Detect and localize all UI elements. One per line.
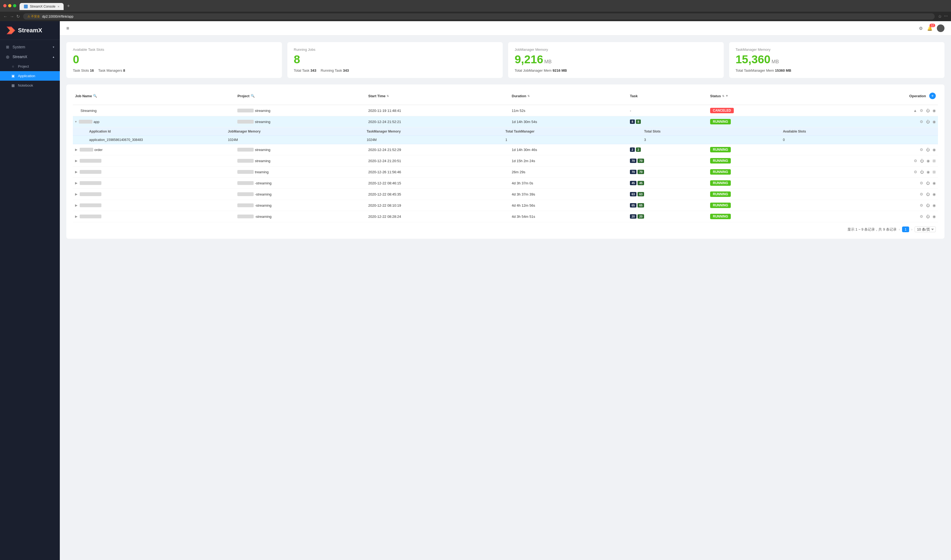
deploy-icon[interactable]: ▲ (913, 108, 917, 113)
log-icon[interactable]: ◉ (932, 181, 936, 185)
star-icon[interactable]: ☆ (938, 14, 942, 19)
address-input[interactable]: ⚠ 不安全 dp2:10000/#/flink/app (23, 13, 935, 20)
notification-bell-icon[interactable]: 🔔 12 (927, 26, 932, 31)
settings-icon[interactable]: ⚙ (919, 26, 923, 31)
menu-toggle-button[interactable]: ≡ (66, 26, 69, 31)
log-icon[interactable]: ◉ (932, 148, 936, 152)
th-duration: Duration ⇅ (509, 91, 628, 101)
td-operations: ⚙ ⏻ ◉ (807, 145, 938, 155)
back-button[interactable]: ← (3, 14, 8, 19)
close-traffic-light[interactable] (3, 4, 6, 7)
per-page-select[interactable]: 10 条/页20 条/页50 条/页 (915, 226, 936, 232)
log-icon[interactable]: ◉ (932, 214, 936, 218)
td-status: CANCELED (708, 105, 807, 116)
settings-icon[interactable]: ⚙ (914, 158, 917, 163)
td-job-name: ▶ (73, 189, 235, 199)
stop-icon[interactable]: ⏻ (926, 203, 930, 208)
expand-row-button[interactable]: ▶ (75, 181, 77, 185)
stop-icon[interactable]: ⏻ (926, 181, 930, 185)
forward-button[interactable]: → (10, 14, 14, 19)
settings-icon[interactable]: ⚙ (920, 108, 923, 113)
sidebar-item-notebook[interactable]: ▦ Notebook (0, 81, 60, 90)
settings-icon[interactable]: ⚙ (920, 120, 923, 124)
pagination-next-icon[interactable]: › (911, 227, 912, 231)
task-badge-running: 8 (630, 120, 635, 124)
expand-row-button[interactable]: ▶ (75, 203, 77, 207)
add-job-button[interactable]: + (929, 92, 936, 99)
log-icon[interactable]: ◉ (926, 158, 930, 163)
pagination-prev-icon[interactable]: ‹ (899, 227, 900, 231)
td-duration: 4d 3h 37m 39s (509, 189, 628, 199)
stop-icon[interactable]: ⏻ (926, 108, 930, 113)
reload-button[interactable]: ↻ (16, 14, 20, 19)
sidebar-label-system: System (12, 45, 25, 49)
operation-icons: ⚙ ⏻ ◉ (920, 148, 936, 152)
job-name-filter-icon[interactable]: 🔍 (93, 94, 97, 98)
settings-icon[interactable]: ⚙ (920, 203, 923, 208)
td-status: RUNNING (708, 166, 807, 177)
td-status: RUNNING (708, 211, 807, 222)
application-icon: ▣ (11, 74, 15, 78)
stop-icon[interactable]: ⏻ (926, 214, 930, 218)
task-badge-total: 8 (636, 120, 641, 124)
td-operations: ⚙ ⏻ ◉ (807, 189, 938, 199)
project-filter-icon[interactable]: 🔍 (251, 94, 255, 98)
status-sort-icon[interactable]: ⇅ (722, 94, 724, 97)
expand-row-button[interactable]: ▶ (75, 192, 77, 196)
td-operations: ⚙ ⏻ ◉ (807, 212, 938, 222)
duration-sort-icon[interactable]: ⇅ (527, 94, 530, 97)
stat-value-jm-memory: 9,216 MB (515, 54, 717, 65)
settings-icon[interactable]: ⚙ (920, 148, 923, 152)
more-icon[interactable]: ⊞ (932, 158, 936, 163)
stop-icon[interactable]: ⏻ (926, 148, 930, 152)
td-duration: 1d 14h 30m 54s (509, 117, 628, 126)
stop-icon[interactable]: ⏻ (926, 120, 930, 124)
td-operations: ⚙ ⏻ ◉ (807, 178, 938, 188)
stop-icon[interactable]: ⏻ (920, 158, 924, 163)
log-icon[interactable]: ◉ (932, 108, 936, 113)
notification-badge: 12 (929, 24, 935, 27)
expand-row-button[interactable]: ▾ (75, 120, 77, 123)
sidebar-item-system[interactable]: ⊞ System ▾ (0, 42, 60, 52)
minimize-traffic-light[interactable] (8, 4, 11, 7)
settings-icon[interactable]: ⚙ (914, 170, 917, 174)
settings-icon[interactable]: ⚙ (920, 214, 923, 218)
sidebar-item-streamx[interactable]: ◎ StreamX ▴ (0, 52, 60, 62)
expand-row-button[interactable]: ▶ (75, 170, 77, 174)
tab-close-button[interactable]: × (58, 5, 59, 8)
more-icon[interactable]: ⊞ (932, 170, 936, 174)
settings-icon[interactable]: ⚙ (920, 181, 923, 185)
td-project: -streaming (235, 201, 366, 210)
td-start-time: 2020-12-22 08:45:35 (366, 189, 510, 199)
td-operations: ⚙ ⏻ ◉ (807, 117, 938, 126)
stop-icon[interactable]: ⏻ (926, 192, 930, 196)
log-icon[interactable]: ◉ (932, 120, 936, 124)
sidebar-logo-text: StreamX (18, 27, 42, 34)
operation-icons: ⚙ ⏻ ◉ (920, 120, 936, 124)
table-row: ▶ treaming 2020-12-26 11:56:46 26m 29s 7… (73, 166, 938, 178)
sidebar-item-project[interactable]: ○ Project (0, 62, 60, 71)
stat-card-tm-memory: TaskManager Memory 15,360 MB Total TaskM… (729, 42, 945, 78)
new-tab-button[interactable]: + (65, 2, 72, 10)
log-icon[interactable]: ◉ (932, 192, 936, 196)
maximize-traffic-light[interactable] (13, 4, 16, 7)
sub-td-avail-slots: 0 (783, 138, 922, 142)
sidebar-item-application[interactable]: ▣ Application (0, 71, 60, 81)
status-filter-icon[interactable]: ▼ (726, 94, 729, 98)
start-time-sort-icon[interactable]: ⇅ (387, 94, 389, 97)
sidebar-navigation: ⊞ System ▾ ◎ StreamX ▴ ○ Project ▣ Appli… (0, 40, 60, 560)
th-start-time: Start Time ⇅ (366, 91, 510, 101)
settings-icon[interactable]: ⚙ (920, 192, 923, 196)
user-avatar[interactable] (937, 25, 945, 32)
expand-row-button[interactable]: ▶ (75, 148, 77, 152)
stop-icon[interactable]: ⏻ (920, 170, 924, 174)
extensions-icon[interactable]: ⋯ (944, 14, 948, 19)
expand-row-button[interactable]: ▶ (75, 159, 77, 163)
log-icon[interactable]: ◉ (926, 170, 930, 174)
stat-value-task-slots: 0 (73, 54, 275, 65)
app-wrapper: StreamX ⊞ System ▾ ◎ StreamX ▴ ○ Project… (0, 21, 951, 560)
expand-row-button[interactable]: ▶ (75, 215, 77, 218)
page-1-button[interactable]: 1 (902, 226, 909, 232)
log-icon[interactable]: ◉ (932, 203, 936, 208)
browser-tab-active[interactable]: StreamX Console × (20, 3, 63, 10)
